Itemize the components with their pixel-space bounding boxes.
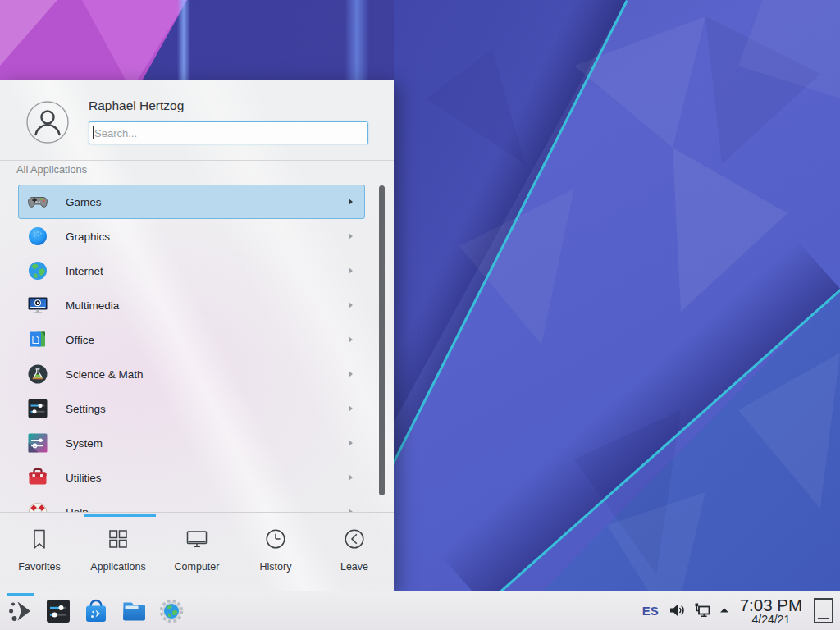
category-label: Games — [66, 196, 102, 208]
tab-label: Leave — [340, 561, 368, 573]
tab-label: Computer — [175, 561, 220, 573]
submenu-arrow-icon — [349, 233, 353, 240]
taskbar: ES 7:03 PM 4/24/21 — [0, 591, 840, 630]
volume-icon[interactable] — [668, 601, 686, 619]
submenu-arrow-icon — [349, 302, 353, 308]
bookmark-icon — [27, 527, 52, 555]
clock-icon — [263, 527, 288, 555]
category-label: Internet — [66, 265, 103, 277]
list-scrollbar[interactable] — [379, 185, 385, 495]
sliders-icon — [27, 398, 48, 419]
category-item-office[interactable]: Office — [18, 322, 365, 357]
user-name: Raphael Hertzog — [89, 98, 184, 113]
tray-expander-caret-icon[interactable] — [719, 605, 730, 616]
tab-favorites[interactable]: Favorites — [0, 513, 79, 591]
category-item-help[interactable]: Help — [18, 495, 365, 512]
tab-leave[interactable]: Leave — [315, 513, 394, 591]
tab-label: History — [260, 561, 292, 573]
category-item-utilities[interactable]: Utilities — [18, 460, 365, 495]
search-input[interactable] — [89, 121, 368, 144]
flask-icon — [27, 363, 48, 385]
submenu-arrow-icon — [349, 371, 353, 377]
category-label: Settings — [66, 403, 106, 415]
category-item-graphics[interactable]: Graphics — [18, 219, 365, 253]
category-item-games[interactable]: Games — [18, 185, 365, 219]
active-task-indicator — [7, 593, 34, 596]
category-item-multimedia[interactable]: Multimedia — [18, 288, 365, 322]
category-label: Science & Math — [66, 368, 144, 381]
section-label: All Applications — [16, 163, 87, 176]
web-browser-button[interactable] — [158, 597, 185, 625]
system-sliders-icon — [27, 432, 48, 454]
user-avatar-icon[interactable] — [26, 101, 69, 144]
keyboard-layout-indicator[interactable]: ES — [641, 604, 660, 618]
category-label: Help — [66, 506, 89, 513]
taskbar-launchers — [0, 597, 185, 625]
system-tray: ES 7:03 PM 4/24/21 — [641, 596, 840, 626]
submenu-arrow-icon — [349, 267, 353, 274]
show-desktop-button[interactable] — [814, 598, 833, 623]
digital-clock[interactable]: 7:03 PM 4/24/21 — [737, 596, 805, 626]
documents-icon — [27, 329, 48, 350]
file-manager-button[interactable] — [120, 597, 148, 625]
tab-label: Favorites — [18, 561, 60, 573]
category-list: Games Graphics — [0, 185, 394, 512]
desktop: Raphael Hertzog All Applications Games — [0, 0, 840, 630]
tab-label: Applications — [90, 561, 145, 573]
category-item-science-math[interactable]: Science & Math — [18, 357, 365, 391]
leave-icon — [342, 527, 367, 555]
tab-applications[interactable]: Applications — [79, 513, 158, 591]
category-label: Graphics — [66, 231, 110, 243]
submenu-arrow-icon — [349, 405, 353, 412]
category-label: Utilities — [66, 472, 102, 484]
tab-history[interactable]: History — [236, 513, 315, 591]
category-item-system[interactable]: System — [18, 426, 365, 460]
tab-computer[interactable]: Computer — [158, 513, 236, 591]
application-launcher-popup: Raphael Hertzog All Applications Games — [0, 80, 394, 591]
submenu-arrow-icon — [349, 474, 353, 481]
header-divider — [0, 160, 394, 161]
grid-icon — [106, 527, 130, 555]
system-settings-button[interactable] — [44, 597, 72, 625]
clock-time: 7:03 PM — [740, 596, 802, 614]
media-player-icon — [27, 294, 48, 316]
gamepad-icon — [27, 191, 48, 212]
lifebuoy-icon — [27, 501, 48, 512]
text-caret — [93, 126, 94, 139]
category-label: System — [66, 437, 103, 450]
launcher-tab-bar: Favorites Applications — [0, 513, 394, 591]
monitor-icon — [185, 527, 209, 555]
globe-icon — [27, 260, 48, 281]
category-label: Multimedia — [66, 299, 119, 312]
category-label: Office — [66, 334, 94, 346]
category-item-internet[interactable]: Internet — [18, 253, 365, 288]
sphere-icon — [27, 226, 48, 247]
discover-button[interactable] — [82, 597, 110, 625]
clock-date: 4/24/21 — [740, 614, 802, 626]
kickoff-launcher-button[interactable] — [7, 597, 34, 625]
submenu-arrow-icon — [349, 199, 353, 205]
network-icon[interactable] — [693, 601, 711, 619]
category-item-settings[interactable]: Settings — [18, 391, 365, 426]
submenu-arrow-icon — [349, 336, 353, 343]
toolbox-icon — [27, 467, 48, 488]
submenu-arrow-icon — [349, 440, 353, 446]
